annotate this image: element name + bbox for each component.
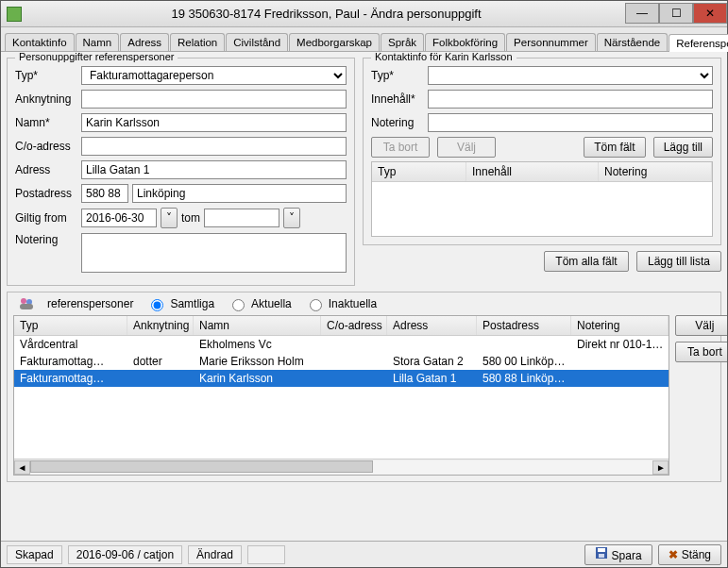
col-postadress: Postadress: [477, 316, 571, 335]
tab-folkbokföring[interactable]: Folkbokföring: [425, 33, 505, 51]
stang-button[interactable]: ✖Stäng: [658, 544, 721, 565]
list-valj-button[interactable]: Välj: [675, 315, 727, 336]
andrad-label: Ändrad: [188, 545, 242, 564]
k-valj-button[interactable]: Välj: [437, 137, 496, 158]
table-row[interactable]: VårdcentralEkholmens VcDirekt nr 010-1…: [14, 336, 669, 353]
tab-adress[interactable]: Adress: [120, 33, 169, 51]
tom-alla-falt-button[interactable]: Töm alla fält: [544, 251, 629, 272]
tab-språk[interactable]: Språk: [381, 33, 424, 51]
referenspersoner-group: referenspersoner Samtliga Aktuella Inakt…: [7, 292, 721, 482]
skapad-value: 2016-09-06 / catjon: [68, 545, 182, 564]
spara-button[interactable]: Spara: [584, 544, 652, 565]
namn-input[interactable]: [81, 113, 347, 132]
kontakt-table[interactable]: Typ Innehåll Notering: [371, 161, 713, 237]
scroll-right-icon[interactable]: ►: [652, 460, 669, 475]
postnr-input[interactable]: [81, 184, 128, 203]
filter-samtliga[interactable]: Samtliga: [146, 296, 214, 311]
k-laggtill-button[interactable]: Lägg till: [653, 137, 713, 158]
tab-content: Personuppgifter referenspersoner Typ* Fa…: [1, 52, 727, 541]
giltigtom-picker[interactable]: ˅: [283, 208, 300, 228]
filter-aktuella[interactable]: Aktuella: [228, 296, 292, 311]
tab-relation[interactable]: Relation: [170, 33, 225, 51]
tom-label: tom: [181, 211, 200, 225]
k-notering-input[interactable]: [428, 113, 713, 132]
col-notering: Notering: [571, 316, 669, 335]
postadress-label: Postadress: [15, 187, 77, 200]
tab-strip: KontaktinfoNamnAdressRelationCivilståndM…: [1, 27, 727, 52]
personuppgifter-group: Personuppgifter referenspersoner Typ* Fa…: [7, 58, 355, 286]
tab-medborgarskap[interactable]: Medborgarskap: [289, 33, 380, 51]
statusbar: Skapad 2016-09-06 / catjon Ändrad Spara …: [1, 541, 727, 567]
namn-label: Namn*: [15, 116, 77, 129]
tab-personnummer[interactable]: Personnummer: [506, 33, 596, 51]
col-co: C/o-adress: [321, 316, 387, 335]
skapad-label: Skapad: [7, 545, 62, 564]
anknytning-label: Anknytning: [15, 92, 77, 106]
grid-hscrollbar[interactable]: ◄ ►: [14, 459, 669, 475]
notering-input[interactable]: [81, 233, 347, 273]
referens-grid[interactable]: Typ Anknytning Namn C/o-adress Adress Po…: [13, 315, 669, 476]
anknytning-input[interactable]: [81, 90, 347, 109]
col-anknytning: Anknytning: [127, 316, 194, 335]
giltigfrom-input[interactable]: [81, 209, 157, 227]
k-typ-label: Typ*: [371, 69, 424, 82]
list-tabort-button[interactable]: Ta bort: [675, 342, 727, 362]
adress-label: Adress: [15, 163, 77, 176]
k-innehall-input[interactable]: [428, 90, 713, 109]
tab-civilstånd[interactable]: Civilstånd: [226, 33, 288, 51]
table-row[interactable]: Fakturamottag…Karin KarlssonLilla Gatan …: [14, 370, 669, 387]
giltigfrom-label: Giltig from: [15, 211, 77, 225]
svg-point-0: [21, 298, 26, 304]
app-icon: [7, 7, 22, 22]
col-typ: Typ: [14, 316, 127, 335]
scroll-left-icon[interactable]: ◄: [14, 460, 30, 475]
k-notering-label: Notering: [371, 116, 424, 129]
adress-input[interactable]: [81, 160, 347, 179]
kcol-innehall: Innehåll: [466, 162, 599, 181]
typ-label: Typ*: [15, 69, 77, 82]
close-icon: ✖: [669, 548, 678, 561]
kcol-typ: Typ: [372, 162, 466, 181]
co-input[interactable]: [81, 137, 347, 156]
kontakt-legend: Kontaktinfo för Karin Karlsson: [371, 52, 516, 62]
col-adress: Adress: [387, 316, 477, 335]
close-button[interactable]: ✕: [693, 3, 727, 24]
tab-referensperson[interactable]: Referensperson: [669, 34, 728, 52]
giltigtom-input[interactable]: [204, 209, 279, 227]
people-icon: [19, 296, 34, 311]
kontaktinfo-group: Kontaktinfo för Karin Karlsson Typ* Inne…: [363, 58, 721, 245]
svg-rect-2: [20, 304, 33, 309]
referens-title: referenspersoner: [47, 297, 133, 310]
tab-namn[interactable]: Namn: [76, 33, 120, 51]
lagg-till-lista-button[interactable]: Lägg till lista: [636, 251, 721, 272]
k-typ-select[interactable]: [428, 66, 713, 85]
tab-kontaktinfo[interactable]: Kontaktinfo: [5, 33, 75, 51]
maximize-button[interactable]: ☐: [659, 3, 693, 24]
group-legend: Personuppgifter referenspersoner: [15, 52, 178, 62]
app-window: 19 350630-8174 Fredriksson, Paul - Ändra…: [0, 0, 728, 568]
filter-inaktuella[interactable]: Inaktuella: [305, 296, 377, 311]
save-icon: [595, 546, 608, 560]
svg-rect-5: [599, 554, 604, 558]
col-namn: Namn: [194, 316, 321, 335]
titlebar: 19 350630-8174 Fredriksson, Paul - Ändra…: [1, 1, 727, 27]
svg-rect-4: [598, 548, 605, 552]
giltigfrom-picker[interactable]: ˅: [161, 208, 178, 228]
typ-select[interactable]: Fakturamottagareperson: [81, 66, 347, 85]
andrad-value: [247, 545, 285, 564]
minimize-button[interactable]: —: [625, 3, 659, 24]
postort-input[interactable]: [132, 184, 347, 203]
co-label: C/o-adress: [15, 140, 77, 153]
window-title: 19 350630-8174 Fredriksson, Paul - Ändra…: [27, 7, 625, 21]
k-tomfalt-button[interactable]: Töm fält: [584, 137, 645, 158]
tab-närstående[interactable]: Närstående: [597, 33, 668, 51]
kcol-notering: Notering: [599, 162, 712, 181]
notering-label: Notering: [15, 233, 77, 246]
table-row[interactable]: Fakturamottag…dotterMarie Eriksson HolmS…: [14, 353, 669, 370]
k-innehall-label: Innehåll*: [371, 92, 424, 106]
k-tabort-button[interactable]: Ta bort: [371, 137, 430, 158]
